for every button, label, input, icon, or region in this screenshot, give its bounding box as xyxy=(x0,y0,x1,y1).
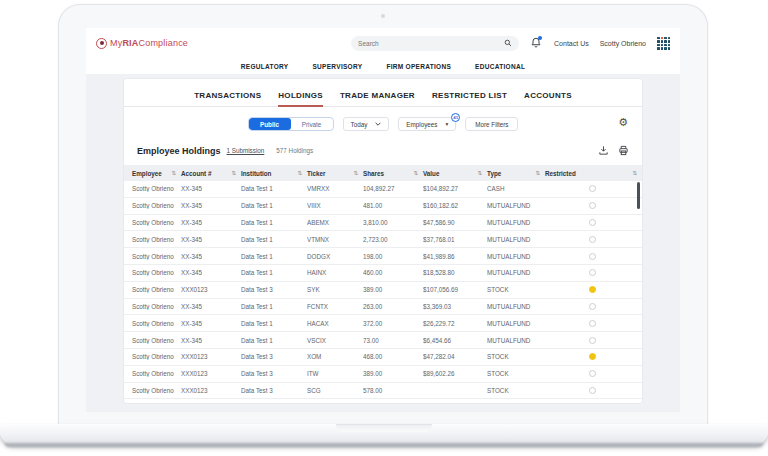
cell-institution: Data Test 1 xyxy=(241,337,307,344)
sort-icon[interactable]: ⇅ xyxy=(297,170,302,176)
laptop-frame: MyRIACompliance Contact Us Scotty Obrien… xyxy=(58,4,708,424)
tab-trade-manager[interactable]: TRADE MANAGER xyxy=(340,91,415,106)
nav-item-firm-operations[interactable]: FIRM OPERATIONS xyxy=(386,63,451,70)
sort-icon[interactable]: ⇅ xyxy=(353,170,358,176)
visibility-option-private[interactable]: Private xyxy=(291,118,333,130)
nav-item-supervisory[interactable]: SUPERVISORY xyxy=(312,63,362,70)
cell-institution: Data Test 1 xyxy=(241,303,307,310)
table-body: Scotty ObrienoXX-345Data Test 1VMRXX104,… xyxy=(124,181,642,399)
sort-icon[interactable]: ⇅ xyxy=(632,170,637,176)
table-row[interactable]: Scotty ObrienoXX-345Data Test 1VIIIX481.… xyxy=(124,198,642,215)
holdings-card: TRANSACTIONSHOLDINGSTRADE MANAGERRESTRIC… xyxy=(123,78,643,404)
table-row[interactable]: Scotty ObrienoXX-345Data Test 1VSCIX73.0… xyxy=(124,332,642,349)
brand-logo[interactable]: MyRIACompliance xyxy=(96,38,188,49)
column-header-employee[interactable]: Employee⇅ xyxy=(124,170,181,177)
table-row[interactable]: Scotty ObrienoXXX0123Data Test 3XOM468.0… xyxy=(124,349,642,366)
table-scrollbar-thumb[interactable] xyxy=(637,182,640,209)
print-button[interactable] xyxy=(618,145,629,156)
cell-type: MUTUALFUND xyxy=(487,337,545,344)
table-row[interactable]: Scotty ObrienoXX-345Data Test 1FCNTX263.… xyxy=(124,299,642,316)
cell-restricted xyxy=(545,269,642,276)
download-icon xyxy=(598,145,609,156)
cell-employee: Scotty Obrieno xyxy=(124,320,181,327)
apps-grid-cell xyxy=(657,47,660,50)
cell-account: XX-345 xyxy=(181,219,241,226)
sort-icon[interactable]: ⇅ xyxy=(171,170,176,176)
tab-accounts[interactable]: ACCOUNTS xyxy=(524,91,572,106)
cell-value: $47,586.90 xyxy=(423,219,487,226)
restricted-status-dot xyxy=(589,286,596,293)
cell-restricted xyxy=(545,370,642,377)
tab-transactions[interactable]: TRANSACTIONS xyxy=(194,91,261,106)
column-header-institution[interactable]: Institution⇅ xyxy=(241,170,307,177)
cell-institution: Data Test 3 xyxy=(241,370,307,377)
column-header-value[interactable]: Value⇅ xyxy=(423,170,487,177)
unrestricted-status-dot xyxy=(589,269,596,276)
table-row[interactable]: Scotty ObrienoXX-345Data Test 1HACAX372.… xyxy=(124,315,642,332)
table-row[interactable]: Scotty ObrienoXX-345Data Test 1DODGX198.… xyxy=(124,248,642,265)
cell-employee: Scotty Obrieno xyxy=(124,185,181,192)
column-label: Value xyxy=(423,170,439,177)
user-menu[interactable]: Scotty Obrieno xyxy=(600,40,646,47)
table-row[interactable]: Scotty ObrienoXX-345Data Test 1HAINX460.… xyxy=(124,265,642,282)
column-header-account-[interactable]: Account #⇅ xyxy=(181,170,241,177)
download-button[interactable] xyxy=(598,145,609,156)
sort-icon[interactable]: ⇅ xyxy=(413,170,418,176)
cell-shares: 2,723.00 xyxy=(363,236,423,243)
cell-institution: Data Test 1 xyxy=(241,219,307,226)
cell-value: $37,768.01 xyxy=(423,236,487,243)
table-row[interactable]: Scotty ObrienoXX-345Data Test 1ABEMX3,81… xyxy=(124,215,642,232)
nav-item-regulatory[interactable]: REGULATORY xyxy=(241,63,289,70)
tab-restricted-list[interactable]: RESTRICTED LIST xyxy=(432,91,507,106)
cell-restricted xyxy=(545,219,642,226)
cell-shares: 389.00 xyxy=(363,370,423,377)
cell-account: XX-345 xyxy=(181,303,241,310)
column-header-type[interactable]: Type⇅ xyxy=(487,170,545,177)
settings-gear-icon[interactable]: ⚙ xyxy=(618,117,628,128)
employees-dropdown[interactable]: Employees ▾ 41 xyxy=(398,117,456,131)
submission-link[interactable]: 1 Submission xyxy=(227,147,265,154)
section-header: Employee Holdings 1 Submission 577 Holdi… xyxy=(124,145,642,156)
sort-icon[interactable]: ⇅ xyxy=(535,170,540,176)
more-filters-button[interactable]: More Filters xyxy=(465,117,518,131)
table-row[interactable]: Scotty ObrienoXXX0123Data Test 3SYK389.0… xyxy=(124,282,642,299)
table-row[interactable]: Scotty ObrienoXX-345Data Test 1VMRXX104,… xyxy=(124,181,642,198)
cell-employee: Scotty Obrieno xyxy=(124,303,181,310)
cell-restricted xyxy=(545,387,642,394)
cell-employee: Scotty Obrieno xyxy=(124,370,181,377)
table-row[interactable]: Scotty ObrienoXXX0123Data Test 3ITW389.0… xyxy=(124,366,642,383)
notifications-button[interactable] xyxy=(530,36,543,50)
cell-type: MUTUALFUND xyxy=(487,269,545,276)
tab-holdings[interactable]: HOLDINGS xyxy=(278,91,323,106)
column-header-shares[interactable]: Shares⇅ xyxy=(363,170,423,177)
cell-account: XXX0123 xyxy=(181,387,241,394)
nav-item-educational[interactable]: EDUCATIONAL xyxy=(475,63,525,70)
cell-shares: 3,810.00 xyxy=(363,219,423,226)
cell-type: CASH xyxy=(487,185,545,192)
sort-icon[interactable]: ⇅ xyxy=(231,170,236,176)
date-range-value: Today xyxy=(351,121,368,128)
cell-ticker: VTMNX xyxy=(307,236,363,243)
column-header-restricted[interactable]: Restricted⇅ xyxy=(545,170,642,177)
unrestricted-status-dot xyxy=(589,337,596,344)
contact-us-link[interactable]: Contact Us xyxy=(554,40,589,47)
search-input[interactable] xyxy=(358,40,500,47)
table-row[interactable]: Scotty ObrienoXX-345Data Test 1VTMNX2,72… xyxy=(124,231,642,248)
cell-ticker: HAINX xyxy=(307,269,363,276)
unrestricted-status-dot xyxy=(589,219,596,226)
cell-shares: 578.00 xyxy=(363,387,423,394)
unrestricted-status-dot xyxy=(589,387,596,394)
date-range-dropdown[interactable]: Today xyxy=(343,117,390,131)
cell-value: $3,369.03 xyxy=(423,303,487,310)
column-label: Account # xyxy=(181,170,211,177)
holdings-count: 577 Holdings xyxy=(276,147,313,154)
cell-employee: Scotty Obrieno xyxy=(124,269,181,276)
table-row[interactable]: Scotty ObrienoXXX0123Data Test 3SCG578.0… xyxy=(124,383,642,400)
cell-account: XX-345 xyxy=(181,253,241,260)
column-header-ticker[interactable]: Ticker⇅ xyxy=(307,170,363,177)
visibility-option-public[interactable]: Public xyxy=(249,118,291,130)
cell-account: XX-345 xyxy=(181,269,241,276)
sort-icon[interactable]: ⇅ xyxy=(477,170,482,176)
apps-grid-icon[interactable] xyxy=(657,37,670,50)
search-icon[interactable] xyxy=(504,39,512,47)
